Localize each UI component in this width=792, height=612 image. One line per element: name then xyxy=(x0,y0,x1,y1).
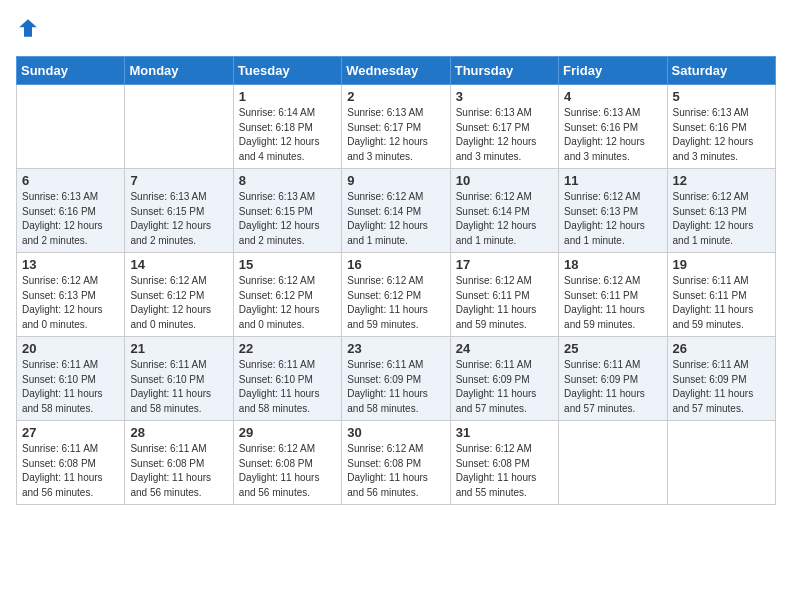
calendar-cell: 24Sunrise: 6:11 AM Sunset: 6:09 PM Dayli… xyxy=(450,337,558,421)
day-info: Sunrise: 6:11 AM Sunset: 6:08 PM Dayligh… xyxy=(22,442,119,500)
day-info: Sunrise: 6:12 AM Sunset: 6:12 PM Dayligh… xyxy=(347,274,444,332)
calendar-cell: 29Sunrise: 6:12 AM Sunset: 6:08 PM Dayli… xyxy=(233,421,341,505)
calendar-cell: 18Sunrise: 6:12 AM Sunset: 6:11 PM Dayli… xyxy=(559,253,667,337)
calendar-cell: 3Sunrise: 6:13 AM Sunset: 6:17 PM Daylig… xyxy=(450,85,558,169)
day-number: 17 xyxy=(456,257,553,272)
calendar-cell: 28Sunrise: 6:11 AM Sunset: 6:08 PM Dayli… xyxy=(125,421,233,505)
col-header-saturday: Saturday xyxy=(667,57,775,85)
day-number: 16 xyxy=(347,257,444,272)
calendar-cell: 17Sunrise: 6:12 AM Sunset: 6:11 PM Dayli… xyxy=(450,253,558,337)
day-info: Sunrise: 6:13 AM Sunset: 6:17 PM Dayligh… xyxy=(456,106,553,164)
day-info: Sunrise: 6:11 AM Sunset: 6:09 PM Dayligh… xyxy=(347,358,444,416)
day-number: 31 xyxy=(456,425,553,440)
calendar-cell: 23Sunrise: 6:11 AM Sunset: 6:09 PM Dayli… xyxy=(342,337,450,421)
day-info: Sunrise: 6:11 AM Sunset: 6:11 PM Dayligh… xyxy=(673,274,770,332)
calendar-cell: 31Sunrise: 6:12 AM Sunset: 6:08 PM Dayli… xyxy=(450,421,558,505)
day-info: Sunrise: 6:13 AM Sunset: 6:15 PM Dayligh… xyxy=(239,190,336,248)
day-info: Sunrise: 6:12 AM Sunset: 6:14 PM Dayligh… xyxy=(456,190,553,248)
day-number: 9 xyxy=(347,173,444,188)
day-info: Sunrise: 6:12 AM Sunset: 6:08 PM Dayligh… xyxy=(347,442,444,500)
day-info: Sunrise: 6:11 AM Sunset: 6:09 PM Dayligh… xyxy=(564,358,661,416)
day-info: Sunrise: 6:12 AM Sunset: 6:11 PM Dayligh… xyxy=(564,274,661,332)
day-number: 25 xyxy=(564,341,661,356)
calendar-cell: 15Sunrise: 6:12 AM Sunset: 6:12 PM Dayli… xyxy=(233,253,341,337)
col-header-thursday: Thursday xyxy=(450,57,558,85)
day-info: Sunrise: 6:12 AM Sunset: 6:11 PM Dayligh… xyxy=(456,274,553,332)
calendar-cell: 8Sunrise: 6:13 AM Sunset: 6:15 PM Daylig… xyxy=(233,169,341,253)
day-number: 2 xyxy=(347,89,444,104)
day-number: 30 xyxy=(347,425,444,440)
day-number: 18 xyxy=(564,257,661,272)
day-info: Sunrise: 6:13 AM Sunset: 6:17 PM Dayligh… xyxy=(347,106,444,164)
day-number: 24 xyxy=(456,341,553,356)
day-info: Sunrise: 6:11 AM Sunset: 6:10 PM Dayligh… xyxy=(22,358,119,416)
day-number: 6 xyxy=(22,173,119,188)
svg-marker-0 xyxy=(19,19,37,37)
col-header-wednesday: Wednesday xyxy=(342,57,450,85)
calendar-cell: 21Sunrise: 6:11 AM Sunset: 6:10 PM Dayli… xyxy=(125,337,233,421)
day-info: Sunrise: 6:11 AM Sunset: 6:09 PM Dayligh… xyxy=(456,358,553,416)
day-info: Sunrise: 6:12 AM Sunset: 6:12 PM Dayligh… xyxy=(130,274,227,332)
day-number: 15 xyxy=(239,257,336,272)
calendar-cell: 4Sunrise: 6:13 AM Sunset: 6:16 PM Daylig… xyxy=(559,85,667,169)
day-info: Sunrise: 6:13 AM Sunset: 6:16 PM Dayligh… xyxy=(22,190,119,248)
day-number: 7 xyxy=(130,173,227,188)
calendar-cell: 19Sunrise: 6:11 AM Sunset: 6:11 PM Dayli… xyxy=(667,253,775,337)
calendar-cell: 20Sunrise: 6:11 AM Sunset: 6:10 PM Dayli… xyxy=(17,337,125,421)
calendar-cell: 13Sunrise: 6:12 AM Sunset: 6:13 PM Dayli… xyxy=(17,253,125,337)
day-info: Sunrise: 6:12 AM Sunset: 6:08 PM Dayligh… xyxy=(239,442,336,500)
day-number: 23 xyxy=(347,341,444,356)
calendar-cell: 16Sunrise: 6:12 AM Sunset: 6:12 PM Dayli… xyxy=(342,253,450,337)
col-header-monday: Monday xyxy=(125,57,233,85)
day-info: Sunrise: 6:13 AM Sunset: 6:15 PM Dayligh… xyxy=(130,190,227,248)
calendar-cell: 11Sunrise: 6:12 AM Sunset: 6:13 PM Dayli… xyxy=(559,169,667,253)
col-header-tuesday: Tuesday xyxy=(233,57,341,85)
day-number: 12 xyxy=(673,173,770,188)
day-info: Sunrise: 6:12 AM Sunset: 6:08 PM Dayligh… xyxy=(456,442,553,500)
logo xyxy=(16,16,44,44)
day-number: 20 xyxy=(22,341,119,356)
day-number: 28 xyxy=(130,425,227,440)
calendar-cell: 30Sunrise: 6:12 AM Sunset: 6:08 PM Dayli… xyxy=(342,421,450,505)
col-header-sunday: Sunday xyxy=(17,57,125,85)
day-number: 8 xyxy=(239,173,336,188)
calendar-cell: 27Sunrise: 6:11 AM Sunset: 6:08 PM Dayli… xyxy=(17,421,125,505)
day-number: 21 xyxy=(130,341,227,356)
day-number: 3 xyxy=(456,89,553,104)
day-info: Sunrise: 6:12 AM Sunset: 6:12 PM Dayligh… xyxy=(239,274,336,332)
calendar-cell: 9Sunrise: 6:12 AM Sunset: 6:14 PM Daylig… xyxy=(342,169,450,253)
day-info: Sunrise: 6:14 AM Sunset: 6:18 PM Dayligh… xyxy=(239,106,336,164)
day-info: Sunrise: 6:11 AM Sunset: 6:08 PM Dayligh… xyxy=(130,442,227,500)
day-info: Sunrise: 6:12 AM Sunset: 6:13 PM Dayligh… xyxy=(22,274,119,332)
calendar-cell: 10Sunrise: 6:12 AM Sunset: 6:14 PM Dayli… xyxy=(450,169,558,253)
day-info: Sunrise: 6:12 AM Sunset: 6:13 PM Dayligh… xyxy=(673,190,770,248)
day-info: Sunrise: 6:13 AM Sunset: 6:16 PM Dayligh… xyxy=(673,106,770,164)
day-number: 1 xyxy=(239,89,336,104)
day-number: 4 xyxy=(564,89,661,104)
calendar-header: SundayMondayTuesdayWednesdayThursdayFrid… xyxy=(17,57,776,85)
day-number: 29 xyxy=(239,425,336,440)
logo-icon xyxy=(16,16,40,40)
day-number: 22 xyxy=(239,341,336,356)
calendar-cell xyxy=(17,85,125,169)
calendar-cell: 5Sunrise: 6:13 AM Sunset: 6:16 PM Daylig… xyxy=(667,85,775,169)
calendar-cell: 7Sunrise: 6:13 AM Sunset: 6:15 PM Daylig… xyxy=(125,169,233,253)
day-number: 19 xyxy=(673,257,770,272)
calendar-cell: 12Sunrise: 6:12 AM Sunset: 6:13 PM Dayli… xyxy=(667,169,775,253)
calendar-table: SundayMondayTuesdayWednesdayThursdayFrid… xyxy=(16,56,776,505)
calendar-cell xyxy=(667,421,775,505)
page-header xyxy=(16,16,776,44)
calendar-cell: 6Sunrise: 6:13 AM Sunset: 6:16 PM Daylig… xyxy=(17,169,125,253)
day-info: Sunrise: 6:11 AM Sunset: 6:10 PM Dayligh… xyxy=(239,358,336,416)
day-number: 26 xyxy=(673,341,770,356)
day-info: Sunrise: 6:11 AM Sunset: 6:09 PM Dayligh… xyxy=(673,358,770,416)
calendar-cell: 26Sunrise: 6:11 AM Sunset: 6:09 PM Dayli… xyxy=(667,337,775,421)
day-info: Sunrise: 6:13 AM Sunset: 6:16 PM Dayligh… xyxy=(564,106,661,164)
day-number: 10 xyxy=(456,173,553,188)
day-number: 14 xyxy=(130,257,227,272)
calendar-cell: 25Sunrise: 6:11 AM Sunset: 6:09 PM Dayli… xyxy=(559,337,667,421)
day-info: Sunrise: 6:12 AM Sunset: 6:13 PM Dayligh… xyxy=(564,190,661,248)
day-number: 27 xyxy=(22,425,119,440)
calendar-cell: 22Sunrise: 6:11 AM Sunset: 6:10 PM Dayli… xyxy=(233,337,341,421)
day-info: Sunrise: 6:12 AM Sunset: 6:14 PM Dayligh… xyxy=(347,190,444,248)
